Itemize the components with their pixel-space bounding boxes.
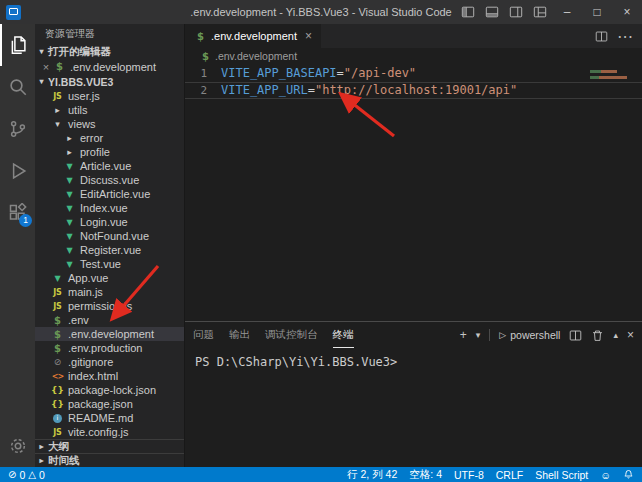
open-editor-item[interactable]: × $ .env.development	[35, 59, 184, 74]
code-editor[interactable]: 1VITE_APP_BASEAPI="/api-dev" 2VITE_APP_U…	[185, 64, 642, 321]
toggle-secondary-sidebar-icon[interactable]	[504, 0, 528, 24]
html-file-icon: <>	[51, 369, 64, 383]
javascript-file-icon: JS	[51, 299, 64, 313]
run-debug-icon[interactable]	[0, 150, 35, 192]
cursor-position-status[interactable]: 行 2, 列 42	[347, 468, 397, 482]
code-line-2[interactable]: 2VITE_APP_URL="http://localhost:19001/ap…	[185, 82, 642, 99]
tree-item-label: package-lock.json	[68, 384, 156, 396]
outline-label: 大纲	[48, 440, 69, 454]
indentation-status[interactable]: 空格: 4	[409, 468, 442, 482]
error-count: 0	[19, 469, 25, 481]
tree-item[interactable]: ▼ App.vue	[35, 271, 184, 285]
line-number: 1	[185, 66, 207, 81]
tree-item[interactable]: ⊘ .gitignore	[35, 355, 184, 369]
problems-status[interactable]: ⊘ 0 △ 0	[8, 469, 45, 481]
javascript-file-icon: JS	[51, 89, 64, 103]
panel-tab-调试控制台[interactable]: 调试控制台	[265, 322, 318, 348]
close-editor-icon[interactable]: ×	[40, 61, 52, 73]
minimize-button[interactable]: –	[552, 0, 582, 24]
breadcrumb[interactable]: $ .env.development	[185, 48, 642, 64]
tree-item[interactable]: ▸ utils	[35, 103, 184, 117]
json-file-icon: {}	[51, 397, 64, 411]
tree-item[interactable]: ▾ views	[35, 117, 184, 131]
split-editor-icon[interactable]	[595, 30, 608, 43]
tree-item[interactable]: $ .env.development	[35, 327, 184, 341]
tree-item[interactable]: ▼ Login.vue	[35, 215, 184, 229]
sidebar-title: 资源管理器	[35, 24, 184, 44]
shell-label: powershell	[510, 329, 560, 341]
tree-item[interactable]: JS user.js	[35, 89, 184, 103]
panel-header: 问题 输出 调试控制台 终端 + ▾ ▷ powershell	[185, 322, 642, 348]
project-root-label: YI.BBS.VUE3	[48, 76, 113, 88]
tree-item[interactable]: ▼ Register.vue	[35, 243, 184, 257]
tree-item[interactable]: ▸ profile	[35, 145, 184, 159]
terminal-dropdown-icon[interactable]: ▾	[476, 330, 481, 340]
split-terminal-icon[interactable]	[569, 329, 582, 342]
env-file-icon: $	[53, 59, 66, 74]
language-mode-status[interactable]: Shell Script	[535, 469, 588, 481]
vue-file-icon: ▼	[63, 229, 76, 243]
more-actions-icon[interactable]: ⋯	[617, 27, 633, 46]
project-root-header[interactable]: ▾ YI.BBS.VUE3	[35, 74, 184, 89]
statusbar-right: 行 2, 列 42 空格: 4 UTF-8 CRLF Shell Script …	[347, 468, 634, 482]
tree-item[interactable]: ▼ Test.vue	[35, 257, 184, 271]
kill-terminal-icon[interactable]	[591, 329, 604, 342]
maximize-panel-icon[interactable]: ▴	[613, 330, 618, 340]
terminal-content[interactable]: PS D:\CSharp\Yi\Yi.BBS.Vue3>	[185, 348, 642, 467]
env-file-icon: $	[194, 24, 207, 48]
settings-gear-icon[interactable]	[0, 425, 35, 467]
tree-item-label: main.js	[68, 286, 103, 298]
tree-item-label: Login.vue	[80, 216, 128, 228]
close-panel-icon[interactable]: ×	[627, 328, 634, 342]
titlebar-actions: – □ ×	[456, 0, 642, 24]
panel-actions: + ▾ ▷ powershell ▴	[460, 322, 634, 348]
code-line-1[interactable]: 1VITE_APP_BASEAPI="/api-dev"	[185, 65, 642, 82]
search-icon[interactable]	[0, 66, 35, 108]
env-file-icon: $	[51, 313, 64, 327]
extensions-icon[interactable]: 1	[0, 192, 35, 234]
feedback-smiley-icon[interactable]: ☺	[600, 469, 611, 481]
tree-item[interactable]: ▼ NotFound.vue	[35, 229, 184, 243]
panel-tab-输出[interactable]: 输出	[229, 322, 250, 348]
open-editors-header[interactable]: ▾ 打开的编辑器	[35, 44, 184, 59]
timeline-header[interactable]: ▸ 时间线	[35, 453, 184, 467]
tree-item[interactable]: ▸ error	[35, 131, 184, 145]
shell-selector[interactable]: ▷ powershell	[499, 329, 560, 341]
panel-tab-label: 输出	[229, 328, 250, 342]
tree-item[interactable]: ▼ Index.vue	[35, 201, 184, 215]
tree-item[interactable]: JS main.js	[35, 285, 184, 299]
encoding-status[interactable]: UTF-8	[454, 469, 484, 481]
tree-item[interactable]: i README.md	[35, 411, 184, 425]
eol-status[interactable]: CRLF	[496, 469, 523, 481]
tree-item[interactable]: ▼ EditArticle.vue	[35, 187, 184, 201]
editor-tab-bar: $ .env.development × ⋯	[185, 24, 642, 48]
tree-item[interactable]: <> index.html	[35, 369, 184, 383]
toggle-sidebar-icon[interactable]	[456, 0, 480, 24]
new-terminal-icon[interactable]: +	[460, 328, 467, 342]
customize-layout-icon[interactable]	[528, 0, 552, 24]
close-tab-icon[interactable]: ×	[305, 29, 312, 43]
explorer-icon[interactable]	[0, 24, 35, 66]
tree-item[interactable]: ▼ Discuss.vue	[35, 173, 184, 187]
toggle-panel-icon[interactable]	[480, 0, 504, 24]
chevron-right-icon: ▸	[35, 442, 48, 451]
minimap[interactable]	[588, 66, 636, 110]
close-button[interactable]: ×	[612, 0, 642, 24]
maximize-button[interactable]: □	[582, 0, 612, 24]
tree-item[interactable]: ▼ Article.vue	[35, 159, 184, 173]
tree-item[interactable]: $ .env.production	[35, 341, 184, 355]
outline-header[interactable]: ▸ 大纲	[35, 439, 184, 453]
panel-tab-终端[interactable]: 终端	[333, 322, 354, 348]
tab-env-development[interactable]: $ .env.development ×	[185, 24, 321, 48]
tree-item[interactable]: {} package.json	[35, 397, 184, 411]
gitignore-file-icon: ⊘	[51, 355, 64, 369]
vscode-app-icon[interactable]	[6, 5, 21, 20]
tree-item[interactable]: $ .env	[35, 313, 184, 327]
tree-item[interactable]: JS permission.js	[35, 299, 184, 313]
tree-item[interactable]: JS vite.config.js	[35, 425, 184, 439]
panel-tab-label: 终端	[333, 328, 354, 342]
tree-item[interactable]: {} package-lock.json	[35, 383, 184, 397]
notifications-bell-icon[interactable]	[623, 469, 634, 480]
panel-tab-问题[interactable]: 问题	[193, 322, 214, 348]
source-control-icon[interactable]	[0, 108, 35, 150]
